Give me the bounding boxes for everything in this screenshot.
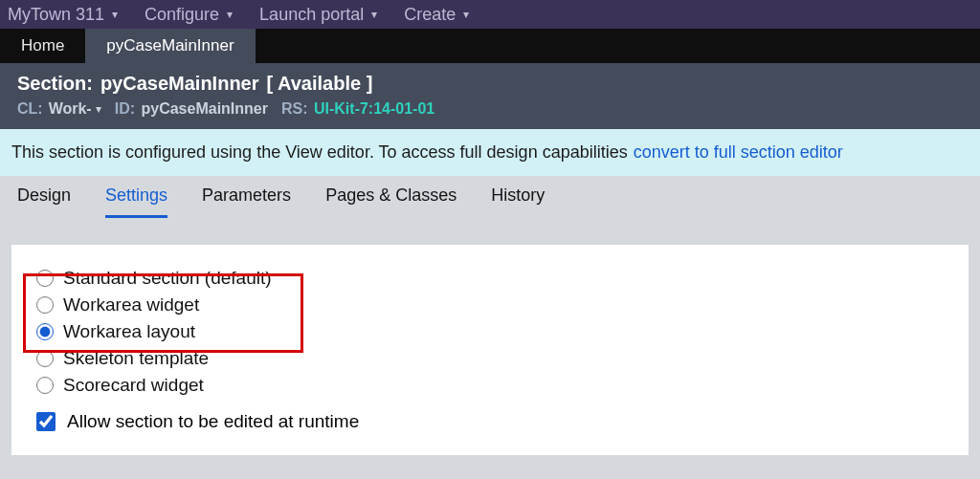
radio-input[interactable] [36, 377, 54, 394]
chevron-down-icon: ▾ [96, 102, 101, 116]
radio-standard-section[interactable]: Standard section (default) [36, 268, 944, 289]
chevron-down-icon: ▾ [463, 8, 469, 21]
settings-panel: Standard section (default) Workarea widg… [11, 245, 969, 455]
menu-label: Launch portal [259, 5, 364, 25]
menu-item-mytown[interactable]: MyTown 311 ▾ [8, 5, 118, 25]
status-badge: [ Available ] [267, 73, 373, 95]
radio-input[interactable] [36, 323, 54, 340]
radio-label: Scorecard widget [63, 375, 204, 396]
tab-history[interactable]: History [491, 185, 545, 218]
chevron-down-icon: ▾ [112, 8, 118, 21]
id-value: pyCaseMainInner [141, 100, 267, 117]
ruleform-inner-tabs: Design Settings Parameters Pages & Class… [0, 176, 980, 218]
radio-label: Skeleton template [63, 348, 209, 369]
tab-parameters[interactable]: Parameters [202, 185, 291, 218]
info-text: This section is configured using the Vie… [11, 142, 628, 163]
menu-item-create[interactable]: Create ▾ [404, 5, 469, 25]
ruleform-header: Section: pyCaseMainInner [ Available ] C… [0, 63, 980, 129]
radio-scorecard-widget[interactable]: Scorecard widget [36, 375, 944, 396]
menu-item-launch-portal[interactable]: Launch portal ▾ [259, 5, 377, 25]
menu-label: MyTown 311 [8, 5, 104, 25]
id-label: ID: [115, 100, 135, 117]
rs-label: RS: [281, 100, 308, 117]
radio-workarea-layout[interactable]: Workarea layout [36, 321, 944, 342]
radio-label: Standard section (default) [63, 268, 272, 289]
convert-to-full-section-link[interactable]: convert to full section editor [634, 142, 843, 163]
tab-design[interactable]: Design [17, 185, 71, 218]
radio-input[interactable] [36, 296, 54, 314]
class-dropdown[interactable]: CL: Work- ▾ [17, 100, 101, 118]
allow-runtime-edit-checkbox[interactable] [36, 412, 56, 431]
menu-item-configure[interactable]: Configure ▾ [145, 5, 233, 25]
top-menu-bar: MyTown 311 ▾ Configure ▾ Launch portal ▾… [0, 0, 980, 29]
tab-home[interactable]: Home [0, 29, 85, 63]
rs-value: UI-Kit-7:14-01-01 [314, 100, 434, 117]
ruleform-type-label: Section: [17, 73, 93, 95]
tab-pages-classes[interactable]: Pages & Classes [325, 185, 457, 218]
tab-pycasemaininner[interactable]: pyCaseMainInner [85, 29, 255, 63]
menu-label: Configure [145, 5, 219, 25]
radio-workarea-widget[interactable]: Workarea widget [36, 294, 944, 316]
chevron-down-icon: ▾ [227, 8, 233, 21]
checkbox-label: Allow section to be edited at runtime [67, 411, 359, 432]
info-banner: This section is configured using the Vie… [0, 129, 980, 176]
workspace-tab-row: Home pyCaseMainInner [0, 29, 980, 63]
chevron-down-icon: ▾ [371, 8, 377, 21]
cl-value: Work- [49, 100, 92, 118]
radio-skeleton-template[interactable]: Skeleton template [36, 348, 944, 369]
radio-input[interactable] [36, 270, 54, 287]
ruleform-name: pyCaseMainInner [100, 73, 259, 95]
allow-runtime-edit-checkbox-row[interactable]: Allow section to be edited at runtime [36, 411, 944, 432]
radio-input[interactable] [36, 350, 54, 367]
menu-label: Create [404, 5, 456, 25]
tab-settings[interactable]: Settings [105, 185, 167, 218]
radio-label: Workarea layout [63, 321, 195, 342]
cl-label: CL: [17, 100, 43, 118]
radio-label: Workarea widget [63, 294, 199, 316]
section-type-radio-group: Standard section (default) Workarea widg… [36, 268, 944, 396]
